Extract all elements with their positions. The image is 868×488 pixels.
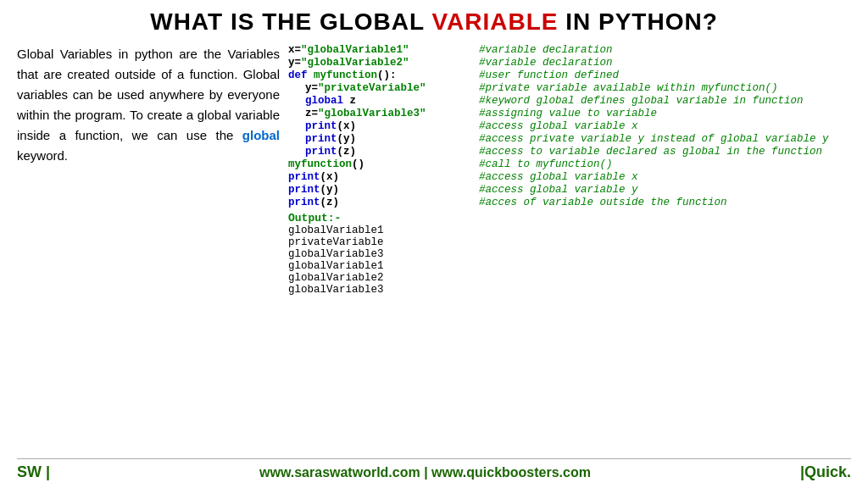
title-part1: WHAT IS THE GLOBAL: [150, 8, 431, 35]
code-line: x="globalVariable1"#variable declaration: [288, 44, 851, 56]
code-line: print(z)#access to variable declared as …: [288, 146, 851, 158]
code-line: z="globalVariable3"#assigning value to v…: [288, 108, 851, 119]
code-line: def myfunction():#user function defined: [288, 69, 851, 81]
code-comment: #access global variable x: [479, 171, 638, 183]
left-description: Global Variables in python are the Varia…: [17, 44, 280, 454]
code-comment: #keyword global defines global variable …: [479, 95, 804, 107]
code-line: global z#keyword global defines global v…: [288, 95, 851, 107]
output-value: globalVariable3: [288, 284, 851, 296]
code-line: print(x)#access global variable x: [288, 171, 851, 183]
code-comment: #variable declaration: [479, 57, 613, 69]
title-part2: IN PYTHON?: [558, 8, 717, 35]
code-comment: #private variable available within myfun…: [479, 82, 778, 94]
description-text: Global Variables in python are the Varia…: [17, 47, 280, 142]
output-value: globalVariable1: [288, 225, 851, 236]
code-comment: #access private variable y instead of gl…: [479, 133, 829, 145]
code-comment: #call to myfunction(): [479, 158, 613, 170]
code-panel: x="globalVariable1"#variable declaration…: [288, 44, 851, 454]
code-comment: #variable declaration: [479, 44, 613, 56]
code-comment: #acces of variable outside the function: [479, 197, 727, 208]
output-value: globalVariable2: [288, 272, 851, 284]
output-value: globalVariable1: [288, 260, 851, 272]
footer-left: SW |: [17, 463, 50, 481]
title-variable: VARIABLE: [431, 8, 558, 35]
output-value: globalVariable3: [288, 248, 851, 260]
code-line: y="globalVariable2"#variable declaration: [288, 57, 851, 69]
code-line: print(y)#access global variable y: [288, 184, 851, 196]
code-comment: #access global variable y: [479, 184, 638, 196]
footer-right: |Quick.: [800, 463, 851, 481]
footer-center: www.saraswatworld.com | www.quickbooster…: [259, 465, 591, 480]
page-title: WHAT IS THE GLOBAL VARIABLE IN PYTHON?: [17, 8, 851, 36]
code-comment: #user function defined: [479, 69, 619, 81]
code-comment: #access to variable declared as global i…: [479, 146, 822, 158]
global-link: global: [242, 128, 280, 142]
output-label: Output:-: [288, 212, 851, 225]
code-comment: #access global variable x: [479, 120, 638, 132]
code-line: y="privateVariable"#private variable ava…: [288, 82, 851, 94]
code-line: print(z)#acces of variable outside the f…: [288, 197, 851, 208]
footer: SW | www.saraswatworld.com | www.quickbo…: [17, 458, 851, 481]
code-line: print(x)#access global variable x: [288, 120, 851, 132]
code-line: myfunction()#call to myfunction(): [288, 158, 851, 170]
code-comment: #assigning value to variable: [479, 108, 657, 119]
output-value: privateVariable: [288, 236, 851, 248]
content-area: Global Variables in python are the Varia…: [17, 44, 851, 454]
description-end: keyword.: [17, 148, 68, 163]
code-line: print(y)#access private variable y inste…: [288, 133, 851, 145]
